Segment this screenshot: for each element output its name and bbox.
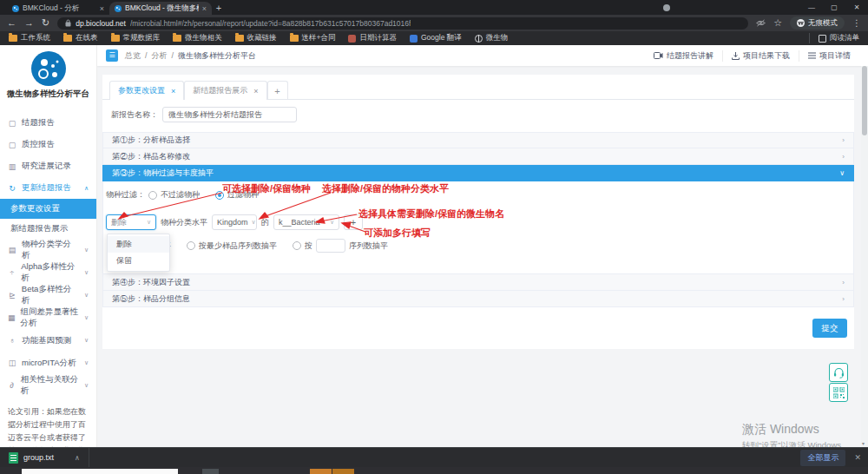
taskbar-app-icon[interactable] <box>310 469 332 474</box>
step-2-sample-rename[interactable]: 第②步：样品名称修改› <box>102 148 854 165</box>
sidebar-item-correlation[interactable]: ∂相关性与关联分析∨ <box>0 374 96 397</box>
bookmark-item[interactable]: 常规数据库 <box>111 33 161 43</box>
video-icon <box>654 52 663 59</box>
show-all-downloads-button[interactable]: 全部显示 <box>800 450 845 466</box>
sidebar-item-alpha[interactable]: ÷Alpha多样性分析∨ <box>0 261 96 284</box>
bookmark-item[interactable]: 微生物相关 <box>173 33 222 43</box>
bookmark-item[interactable]: Google 翻译 <box>410 33 462 43</box>
species-name-select[interactable]: k__Bacteria∨ <box>273 214 339 230</box>
rarefy-count-input[interactable] <box>316 239 345 253</box>
scrollbar-thumb[interactable] <box>862 66 867 135</box>
browser-tab-1[interactable]: BMKCloud - 分析 × <box>7 2 109 15</box>
back-icon[interactable]: ← <box>7 18 16 28</box>
species-filter-label: 物种过滤： <box>106 189 145 201</box>
sidebar-item-beta[interactable]: ⊵Beta多样性分析∨ <box>0 284 96 306</box>
tab-title: BMKCloud - 分析 <box>23 3 96 14</box>
step-5-group-info[interactable]: 第⑤步：样品分组信息› <box>102 291 854 307</box>
taxonomy-level-select[interactable]: Kingdom∨ <box>212 214 257 230</box>
taskbar-app-icon[interactable] <box>202 469 219 474</box>
sidebar-item-group-diff[interactable]: ▦组间差异显著性分析∨ <box>0 306 96 329</box>
taskbar-app-preview[interactable] <box>22 469 178 474</box>
headset-icon <box>833 367 845 379</box>
forward-icon[interactable]: → <box>24 18 34 28</box>
step-3-panel: 物种过滤： 不过滤物种 过滤物种 删除∨ 物种分类水平 Kingdom∨ 的 <box>102 181 854 274</box>
dropdown-option-keep[interactable]: 保留 <box>108 253 169 269</box>
project-details-button[interactable]: 项目详情 <box>799 50 859 62</box>
list-icon: ▤ <box>8 246 16 254</box>
qr-code-button[interactable] <box>829 383 848 402</box>
sidebar-item-taxonomy[interactable]: ▤物种分类学分析∨ <box>0 239 96 261</box>
address-bar[interactable]: dp.biocloud.net/microbial.html#/zh/perso… <box>57 17 748 30</box>
details-icon <box>808 52 816 59</box>
dropdown-option-delete[interactable]: 删除 <box>108 236 169 253</box>
sidebar-item-progress[interactable]: ▥研究进展记录 <box>0 155 96 177</box>
report-name-row: 新报告名称： <box>102 100 854 129</box>
breadcrumb-item[interactable]: 分析 <box>152 50 168 62</box>
bookmarks-bar: 工作系统 在线表 常规数据库 微生物相关 收藏链接 送样+合同 日期计算器 Go… <box>0 31 868 45</box>
radio-min-sample-rarefy[interactable] <box>187 241 195 250</box>
customer-service-button[interactable] <box>829 363 848 382</box>
step-3-species-filter[interactable]: 第③步：物种过滤与丰度抽平∨ <box>102 165 854 181</box>
step-1-sample-select[interactable]: 第①步：分析样品选择› <box>102 132 854 148</box>
tab-close-icon[interactable]: × <box>202 4 207 13</box>
submit-button[interactable]: 提交 <box>812 319 847 338</box>
annotation-taxonomy-level: 选择删除/保留的物种分类水平 <box>322 182 449 195</box>
globe-icon <box>475 35 483 43</box>
scrollbar-down-arrow[interactable]: ▾ <box>862 440 865 446</box>
tab-param-settings[interactable]: 参数更改设置× <box>109 81 184 100</box>
breadcrumb-item[interactable]: 总览 <box>125 50 141 62</box>
sidebar-item-update-report[interactable]: ↻更新结题报告∧ <box>0 177 96 199</box>
floating-buttons <box>829 363 848 402</box>
translate-icon <box>410 35 418 43</box>
extension-icon[interactable] <box>663 4 670 11</box>
chrome-menu-icon[interactable]: ⋮ <box>852 19 861 28</box>
bookmark-item[interactable]: 微生物 <box>475 33 509 43</box>
bookmark-item[interactable]: 日期计算器 <box>348 33 397 43</box>
sidebar-item-micropita[interactable]: ◫microPITA分析∨ <box>0 352 96 374</box>
report-name-input[interactable] <box>162 107 297 122</box>
lock-icon <box>65 19 71 27</box>
bookmark-item[interactable]: 在线表 <box>63 33 98 43</box>
tab-close-icon[interactable]: × <box>171 87 175 95</box>
sidebar-item-qc-report[interactable]: ▢质控报告 <box>0 134 96 155</box>
taskbar-app-icon[interactable] <box>332 469 354 474</box>
chevron-up-icon[interactable]: ∧ <box>75 454 80 462</box>
radio-custom-rarefy[interactable] <box>293 241 301 250</box>
report-name-label: 新报告名称： <box>111 109 158 121</box>
sidebar-item-new-report-view[interactable]: 新结题报告展示 <box>0 219 96 239</box>
report-explain-button[interactable]: 结题报告讲解 <box>645 50 722 62</box>
download-bar-close-icon[interactable]: ✕ <box>854 453 861 462</box>
window-maximize-button[interactable]: ▢ <box>823 1 845 15</box>
tab-new-report-view[interactable]: 新结题报告展示× <box>184 81 266 100</box>
sidebar-item-report[interactable]: ▢结题报告 <box>0 112 96 134</box>
bookmark-item[interactable]: 工作系统 <box>9 33 50 43</box>
main-area: ☰ 总览 / 分析 / 微生物多样性分析平台 结题报告讲解 项目结果下载 <box>97 45 868 447</box>
eye-off-icon[interactable] <box>756 19 766 27</box>
web-page: 微生物多样性分析平台 ▢结题报告 ▢质控报告 ▥研究进展记录 ↻更新结题报告∧ … <box>0 45 868 447</box>
document-icon: ▢ <box>8 141 16 149</box>
browser-tab-2[interactable]: BMKCloud - 微生物多样性分析 × <box>109 2 212 15</box>
window-close-button[interactable]: ✕ <box>845 1 868 15</box>
sidebar-item-param-settings[interactable]: 参数更改设置 <box>0 199 96 219</box>
reading-list-button[interactable]: 阅读清单 <box>809 33 859 43</box>
sidebar-item-gene-predict[interactable]: ♁功能基因预测∨ <box>0 329 96 352</box>
window-minimize-button[interactable]: — <box>800 1 823 15</box>
step-4-env-factor[interactable]: 第④步：环境因子设置› <box>102 274 854 291</box>
folder-icon <box>290 35 299 42</box>
new-tab-button[interactable]: + <box>212 2 226 15</box>
downloaded-file[interactable]: group.txt ∧ <box>0 448 89 467</box>
tab-close-icon[interactable]: × <box>253 87 258 95</box>
screen: BMKCloud - 分析 × BMKCloud - 微生物多样性分析 × + … <box>0 0 868 474</box>
tab-close-icon[interactable]: × <box>100 4 104 13</box>
filter-action-select[interactable]: 删除∨ <box>106 214 156 230</box>
add-tab-button[interactable]: + <box>267 81 288 100</box>
panel-icon: ◫ <box>8 359 16 367</box>
page-scrollbar[interactable]: ▾ <box>861 66 868 447</box>
project-download-button[interactable]: 项目结果下载 <box>722 50 799 62</box>
bookmark-item[interactable]: 送样+合同 <box>290 33 336 43</box>
bookmark-star-icon[interactable]: ☆ <box>773 18 782 28</box>
bookmark-item[interactable]: 收藏链接 <box>235 33 277 43</box>
refresh-icon[interactable]: ↻ <box>42 18 49 28</box>
radio-no-filter[interactable] <box>148 191 157 200</box>
hamburger-menu-icon[interactable]: ☰ <box>106 49 118 62</box>
